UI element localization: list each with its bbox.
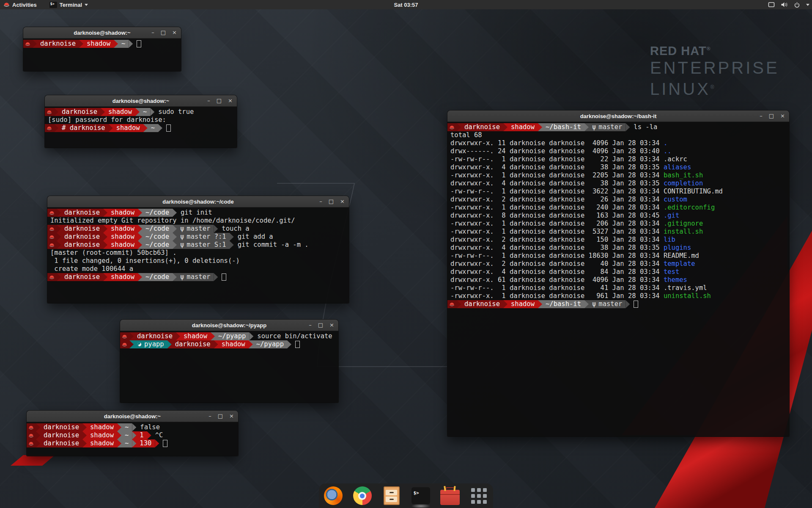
prompt-segment-host: shadow [107,209,138,217]
powerline-separator [249,340,253,348]
powerline-separator [138,225,142,233]
redhat-icon [49,211,55,215]
powerline-separator [538,300,542,308]
window-titlebar[interactable]: darknoise@shadow:~/bash-it–□× [447,110,789,122]
window-titlebar[interactable]: darknoise@shadow:~–□× [45,95,237,107]
prompt-segment-redhat [47,233,57,241]
segment-label: # darknoise [62,124,105,132]
prompt-segment-user: darknoise [40,431,82,439]
redhat-icon [449,125,455,130]
prompt-segment-user: darknoise [461,300,503,308]
prompt-segment-user: darknoise [58,108,101,116]
prompt-segment-host: shadow [113,124,143,132]
prompt-segment-exit: 1 [136,431,147,439]
segment-label: shadow [222,340,245,348]
terminal-cursor [634,301,638,308]
dock-item-terminal[interactable]: $> [411,486,431,505]
window-title: darknoise@shadow:~ [27,413,238,420]
maximize-button[interactable]: □ [769,110,774,121]
segment-label: ~/bash-it [546,300,581,308]
terminal-window: darknoise@shadow:~/code–□×darknoiseshado… [47,196,349,303]
minimize-button[interactable]: – [319,196,322,207]
dock-item-files[interactable] [382,486,401,505]
dock-item-google-chrome[interactable] [353,486,372,505]
activities-button[interactable]: Activities [0,0,40,9]
window-titlebar[interactable]: darknoise@shadow:~–□× [23,27,181,39]
clock[interactable]: Sat 03:57 [394,0,418,9]
segment-label: master S:1 [187,241,226,249]
minimize-button[interactable]: – [151,27,154,38]
close-button[interactable]: × [340,196,345,207]
segment-label: shadow [90,423,114,431]
ls-row: -rwxrwxr-x. 1 darknoise darknoise 2205 J… [447,171,789,179]
powerline-separator [57,233,61,241]
prompt-segment-user: darknoise [461,123,503,131]
powerline-separator [503,300,508,308]
powerline-separator [57,225,61,233]
powerline-separator [109,124,113,132]
close-button[interactable]: × [172,27,177,38]
command-text: ^C [155,431,163,439]
ls-row-filename: install.sh [664,228,703,235]
maximize-button[interactable]: □ [218,411,223,422]
segment-label: darknoise [44,439,79,447]
powerline-separator [82,439,87,447]
terminal-content[interactable]: darknoiseshadow~falsedarknoiseshadow~1^C… [27,422,238,456]
terminal-content[interactable]: darknoiseshadow~/pyappsource bin/activat… [120,331,338,403]
window-titlebar[interactable]: darknoise@shadow:~–□× [27,411,238,422]
dock-item-firefox[interactable] [324,486,343,505]
powerline-separator [129,40,133,48]
powerline-separator [82,423,87,431]
prompt-segment-path: ~/code [142,225,173,233]
prompt-segment-path: ~ [121,431,132,439]
close-button[interactable]: × [228,95,233,106]
prompt-segment-redhat [120,340,129,348]
maximize-button[interactable]: □ [318,320,323,331]
prompt-segment-path: ~/pyapp [253,340,287,348]
maximize-button[interactable]: □ [329,196,334,207]
terminal-content[interactable]: darknoiseshadow~/bash-itψmasterls -latot… [447,122,789,436]
prompt-segment-path: ~/code [142,241,173,249]
ls-row: drwxrwxr-x. 4 darknoise darknoise 38 Jan… [447,179,789,188]
prompt-segment-exit: 130 [136,439,155,447]
maximize-button[interactable]: □ [161,27,166,38]
terminal-content[interactable]: darknoiseshadow~ [23,39,181,71]
powerline-separator [214,225,218,233]
powerline-separator [173,209,177,217]
minimize-button[interactable]: – [309,320,312,331]
google-chrome-icon [353,486,372,505]
system-status-area[interactable] [768,0,809,9]
close-button[interactable]: × [229,411,234,422]
minimize-button[interactable]: – [760,110,763,121]
ls-row-meta: -rwxrwxr-x. 1 darknoise darknoise 206 Ja… [450,220,664,227]
window-titlebar[interactable]: darknoise@shadow:~/code–□× [47,196,349,207]
ls-row-filename: CONTRIBUTING.md [664,188,723,195]
ls-row: drwx------. 24 darknoise darknoise 4096 … [447,147,789,155]
minimize-button[interactable]: – [207,95,210,106]
git-branch-icon: ψ [180,225,184,233]
powerline-separator [54,108,58,116]
prompt-segment-redhat [27,431,36,439]
volume-icon [781,2,788,8]
dock-item-toolbox[interactable] [440,486,460,505]
prompt-segment-user: # darknoise [58,124,109,132]
window-titlebar[interactable]: darknoise@shadow:~/pyapp–□× [120,320,338,331]
ls-row-meta: -rwxrwxr-x. 1 darknoise darknoise 240 Ja… [450,204,664,211]
dock-item-show-applications[interactable] [469,486,489,505]
prompt-line: darknoiseshadow~/pyappsource bin/activat… [120,332,338,340]
prompt-segment-host: shadow [83,40,114,48]
prompt-segment-git: ψmaster [177,273,214,281]
app-menu-button[interactable]: $> Terminal [46,0,91,9]
minimize-button[interactable]: – [208,411,211,422]
powerline-separator [138,233,142,241]
ls-row-meta: drwxrwxr-x. 2 darknoise darknoise 150 Ja… [450,236,664,243]
segment-label: ~ [125,423,129,431]
segment-label: ~/code [145,233,169,241]
maximize-button[interactable]: □ [217,95,222,106]
ls-row-meta: drwxrwxr-x. 2 darknoise darknoise 26 Jan… [450,196,664,203]
close-button[interactable]: × [780,110,785,121]
ls-row-meta: -rw-rw-r--. 1 darknoise darknoise 3622 J… [450,188,664,195]
terminal-content[interactable]: darknoiseshadow~/codegit initInitialized… [47,207,349,303]
terminal-content[interactable]: darknoiseshadow~sudo true[sudo] password… [45,107,237,148]
close-button[interactable]: × [329,320,334,331]
